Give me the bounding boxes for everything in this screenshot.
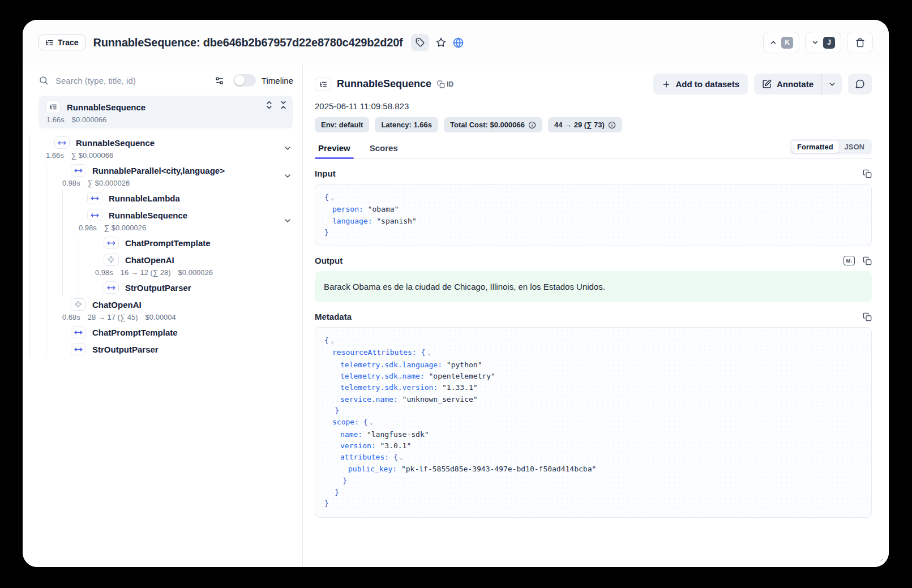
detail-title: RunnableSequence bbox=[337, 78, 431, 90]
tree-node-name: RunnableLambda bbox=[109, 194, 180, 203]
tree-row[interactable]: StrOutputParser bbox=[23, 341, 302, 358]
span-arrows-icon bbox=[54, 136, 70, 149]
tree-stat-latency: 0.98s bbox=[95, 268, 113, 277]
format-segmented-control: Formatted JSON bbox=[790, 139, 872, 154]
copy-output-button[interactable] bbox=[863, 256, 872, 265]
chevron-down-icon[interactable] bbox=[283, 216, 292, 225]
json-line: {⌄ bbox=[324, 192, 862, 204]
tree-row[interactable]: ChatPromptTemplate bbox=[23, 234, 302, 251]
chevron-down-icon[interactable] bbox=[283, 171, 292, 181]
json-colon: : bbox=[392, 465, 401, 473]
trace-tree: RunnableSequence1.66s$0.000066RunnableSe… bbox=[23, 96, 302, 358]
json-key: service.name bbox=[340, 395, 393, 404]
copy-input-button[interactable] bbox=[863, 169, 872, 178]
markdown-toggle-button[interactable]: M↓ bbox=[844, 256, 855, 265]
json-close-brace: } bbox=[335, 406, 339, 415]
latency-badge: Latency: 1.66s bbox=[375, 117, 438, 132]
span-arrows-icon bbox=[104, 281, 119, 294]
json-colon: : bbox=[354, 418, 363, 426]
json-key: resourceAttributes bbox=[332, 348, 412, 357]
chevron-down-icon[interactable] bbox=[283, 144, 292, 153]
detail-type-badge bbox=[315, 78, 331, 91]
tree-row[interactable]: StrOutputParser bbox=[23, 279, 302, 296]
trace-tree-sidebar: Timeline RunnableSequence1.66s$0.000066R… bbox=[23, 65, 303, 567]
json-colon: : bbox=[393, 395, 403, 404]
json-collapse-chevron[interactable]: ⌄ bbox=[331, 337, 335, 345]
tree-row[interactable]: RunnableSequence1.66s∑ $0.000066 bbox=[23, 134, 302, 162]
span-arrows-icon bbox=[71, 164, 86, 177]
id-label: ID bbox=[447, 80, 453, 88]
info-icon[interactable] bbox=[528, 121, 536, 129]
sliders-icon bbox=[215, 76, 224, 85]
json-line: person: "obama" bbox=[324, 204, 862, 215]
json-collapse-chevron[interactable]: ⌄ bbox=[331, 194, 335, 201]
json-colon: : bbox=[438, 360, 447, 369]
json-line: {⌄ bbox=[324, 335, 862, 347]
search-input[interactable] bbox=[55, 76, 215, 85]
tree-row[interactable]: ChatPromptTemplate bbox=[23, 324, 302, 341]
output-section-title: Output bbox=[315, 256, 342, 265]
json-value: "obama" bbox=[368, 205, 399, 213]
tree-root-row[interactable]: RunnableSequence1.66s$0.000066 bbox=[38, 96, 293, 128]
delete-trace-button[interactable] bbox=[847, 32, 873, 53]
info-icon[interactable] bbox=[608, 121, 616, 129]
annotate-dropdown-button[interactable] bbox=[821, 74, 842, 95]
window-resize-handle[interactable] bbox=[877, 556, 884, 562]
json-value: "opentelemetry" bbox=[429, 372, 495, 380]
next-trace-button[interactable]: J bbox=[805, 32, 841, 53]
json-key: telemetry.sdk.name bbox=[340, 372, 420, 380]
add-to-datasets-button[interactable]: Add to datasets bbox=[653, 74, 748, 95]
tag-button[interactable] bbox=[411, 34, 429, 51]
public-link-button[interactable] bbox=[453, 37, 464, 48]
detail-tabs: Preview Scores Formatted JSON bbox=[315, 140, 872, 159]
json-line: public_key: "pk-lf-5855d85e-3943-497e-bd… bbox=[324, 463, 862, 475]
star-icon bbox=[436, 37, 446, 48]
prev-trace-button[interactable]: K bbox=[763, 32, 799, 53]
tree-stat-cost: ∑ $0.000026 bbox=[88, 179, 130, 187]
tree-row[interactable]: RunnableParallel<city,language>0.98s∑ $0… bbox=[23, 162, 302, 190]
json-colon: : bbox=[371, 441, 380, 450]
tree-stat-latency: 1.66s bbox=[46, 115, 65, 124]
collapse-all-icon[interactable] bbox=[279, 101, 288, 109]
add-to-datasets-label: Add to datasets bbox=[675, 79, 739, 89]
json-key: person bbox=[332, 205, 359, 213]
json-close-brace: } bbox=[324, 499, 329, 508]
markdown-icon: M↓ bbox=[844, 256, 855, 265]
tree-stat-latency: 0.68s bbox=[62, 313, 80, 321]
copy-id-button[interactable]: ID bbox=[437, 80, 453, 88]
tree-node-stats: 0.68s28 → 17 (∑ 45)$0.00004 bbox=[23, 313, 293, 321]
filter-settings-button[interactable] bbox=[215, 76, 224, 85]
tree-node-stats: 0.98s∑ $0.000026 bbox=[23, 179, 293, 187]
tree-row[interactable]: RunnableLambda bbox=[23, 190, 302, 207]
comments-button[interactable] bbox=[848, 74, 872, 95]
tree-row[interactable]: ChatOpenAI0.98s16 → 12 (∑ 28)$0.000026 bbox=[23, 251, 302, 279]
json-colon: : bbox=[433, 383, 442, 392]
copy-metadata-button[interactable] bbox=[863, 312, 872, 321]
expand-all-icon[interactable] bbox=[265, 101, 273, 109]
format-json-option[interactable]: JSON bbox=[839, 141, 870, 153]
tree-row[interactable]: ChatOpenAI0.68s28 → 17 (∑ 45)$0.00004 bbox=[23, 296, 302, 324]
tree-row[interactable]: RunnableSequence0.98s∑ $0.000026 bbox=[23, 207, 302, 234]
json-collapse-chevron[interactable]: ⌄ bbox=[427, 349, 431, 357]
span-arrows-icon bbox=[71, 326, 86, 338]
format-formatted-option[interactable]: Formatted bbox=[791, 141, 839, 153]
json-colon: : bbox=[359, 205, 368, 213]
json-colon: : bbox=[420, 372, 429, 380]
json-key: language bbox=[332, 217, 368, 225]
comment-bubble-icon bbox=[855, 79, 865, 89]
json-colon: : bbox=[368, 217, 377, 225]
env-badge: Env: default bbox=[315, 117, 369, 132]
tab-scores[interactable]: Scores bbox=[366, 140, 401, 158]
globe-icon bbox=[453, 37, 464, 48]
json-collapse-chevron[interactable]: ⌄ bbox=[400, 454, 404, 461]
tab-preview[interactable]: Preview bbox=[315, 140, 354, 158]
metadata-section-title: Metadata bbox=[315, 312, 352, 321]
annotate-button[interactable]: Annotate bbox=[754, 74, 821, 95]
output-text: Barack Obama es de la ciudad de Chicago,… bbox=[315, 271, 872, 302]
json-collapse-chevron[interactable]: ⌄ bbox=[370, 419, 374, 426]
star-button[interactable] bbox=[436, 37, 446, 48]
tree-node-name: ChatPromptTemplate bbox=[92, 328, 178, 337]
json-line: } bbox=[324, 227, 862, 238]
json-value: "3.0.1" bbox=[380, 441, 411, 450]
timeline-toggle[interactable] bbox=[233, 74, 256, 87]
